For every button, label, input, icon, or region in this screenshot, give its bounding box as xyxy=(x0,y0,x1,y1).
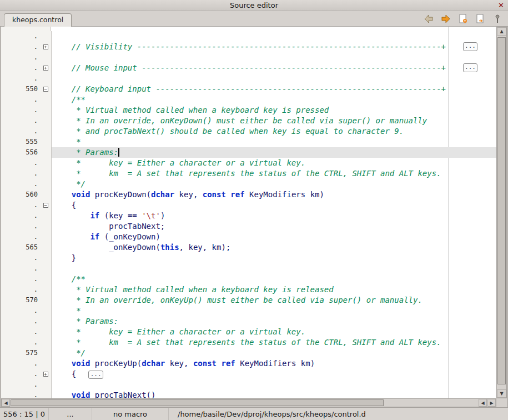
code-line[interactable]: . void procKeyUp(dchar key, const ref Ke… xyxy=(1,358,496,369)
fold-gutter: + xyxy=(40,369,52,379)
fold-expand-icon[interactable]: + xyxy=(43,44,48,49)
code-text: * key = Either a character or a virtual … xyxy=(52,327,496,337)
line-number: . xyxy=(1,369,40,379)
token: * Params: xyxy=(53,148,118,157)
scroll-right-icon[interactable]: ▶ xyxy=(487,399,496,407)
fold-gutter xyxy=(40,263,52,274)
line-number: . xyxy=(1,358,40,369)
code-line[interactable]: . if (_onKeyDown) xyxy=(1,232,496,242)
code-line[interactable]: . xyxy=(1,263,496,274)
code-line[interactable]: . * In an override, onKeyDown() must eit… xyxy=(1,116,496,126)
line-number: . xyxy=(1,284,40,295)
status-bar: 556 : 15 | 0 ... no macro /home/basile/D… xyxy=(0,407,508,420)
vertical-scrollbar-thumb[interactable] xyxy=(497,37,506,384)
code-text: void procTabNext() xyxy=(52,390,496,398)
code-line[interactable]: . */ xyxy=(1,179,496,189)
token: // Mouse input -------------------------… xyxy=(53,63,446,72)
scroll-left-icon[interactable]: ◀ xyxy=(2,399,10,407)
fold-gutter: − xyxy=(40,200,52,211)
folded-region-ellipsis[interactable]: ... xyxy=(463,63,477,72)
code-line[interactable]: 555 * xyxy=(1,137,496,147)
jump-back-icon[interactable] xyxy=(423,13,435,25)
code-line[interactable]: . /** xyxy=(1,94,496,105)
code-line[interactable]: .+ // Mouse input ----------------------… xyxy=(1,63,496,73)
token: dchar xyxy=(151,190,174,199)
code-line[interactable]: .+ // Visibility -----------------------… xyxy=(1,42,496,52)
fold-gutter xyxy=(40,390,52,398)
title-bar[interactable]: Source editor ✕ xyxy=(0,0,508,11)
code-text xyxy=(52,31,496,42)
token: * In an override, onKeyUp() must either … xyxy=(53,296,423,304)
window-title: Source editor xyxy=(0,1,508,9)
fold-gutter xyxy=(40,295,52,306)
token: * Virtual method called when a keyboard … xyxy=(53,285,334,294)
token: * xyxy=(53,137,81,146)
scroll-up-icon[interactable]: ▲ xyxy=(497,27,506,36)
code-line[interactable]: . procTabNext; xyxy=(1,221,496,232)
code-line[interactable]: . * Params: xyxy=(1,316,496,327)
folded-code-ellipsis[interactable]: ... xyxy=(88,371,103,379)
code-text: // Keyboard input ----------------------… xyxy=(52,84,496,94)
line-number: . xyxy=(1,390,40,398)
code-line[interactable]: . if (key == '\t') xyxy=(1,211,496,221)
code-line[interactable]: . } xyxy=(1,253,496,263)
code-line[interactable]: . * km = A set that represents the statu… xyxy=(1,168,496,179)
line-number: . xyxy=(1,105,40,116)
jump-forward-icon[interactable] xyxy=(440,13,452,25)
code-text xyxy=(52,263,496,274)
code-line[interactable]: . xyxy=(1,31,496,42)
code-line[interactable]: . * key = Either a character or a virtua… xyxy=(1,327,496,337)
fold-expand-icon[interactable]: + xyxy=(43,66,48,71)
fold-gutter xyxy=(40,168,52,179)
scroll-down-icon[interactable]: ▼ xyxy=(497,389,506,398)
code-line[interactable]: . xyxy=(1,379,496,390)
token: void xyxy=(72,391,90,398)
code-line[interactable]: 550− // Keyboard input -----------------… xyxy=(1,84,496,94)
code-text: } xyxy=(52,253,496,263)
fold-gutter: − xyxy=(40,84,52,94)
code-line[interactable]: . xyxy=(1,73,496,84)
fold-collapse-icon[interactable]: − xyxy=(43,203,48,208)
folded-region-ellipsis[interactable]: ... xyxy=(463,42,477,51)
line-number: . xyxy=(1,168,40,179)
code-line[interactable]: . xyxy=(1,52,496,63)
horizontal-scrollbar-thumb[interactable] xyxy=(11,399,384,406)
document-add-icon[interactable] xyxy=(457,13,469,25)
fold-gutter xyxy=(40,358,52,369)
horizontal-scrollbar[interactable]: ◀ ◀ ▶ xyxy=(1,398,496,407)
pin-icon[interactable] xyxy=(491,13,504,25)
fold-collapse-icon[interactable]: − xyxy=(43,87,48,92)
token xyxy=(53,391,72,398)
code-line[interactable]: 570 * In an override, onKeyUp() must eit… xyxy=(1,295,496,306)
token: '\t' xyxy=(142,211,160,220)
close-icon[interactable]: ✕ xyxy=(498,1,504,9)
line-number: . xyxy=(1,31,40,42)
code-line[interactable]: 575 */ xyxy=(1,348,496,358)
code-line[interactable]: . /** xyxy=(1,274,496,284)
line-number: . xyxy=(1,232,40,242)
code-line[interactable]: . * Virtual method called when a keyboar… xyxy=(1,284,496,295)
code-line[interactable]: 560 void procKeyDown(dchar key, const re… xyxy=(1,189,496,200)
code-line[interactable]: . * and procTabNext() should be called w… xyxy=(1,126,496,137)
line-number: 555 xyxy=(1,137,40,147)
vertical-scrollbar[interactable]: ▲ ▼ xyxy=(496,27,507,398)
scroll-left-icon-right[interactable]: ◀ xyxy=(479,399,487,407)
token: const xyxy=(203,190,226,199)
code-line[interactable]: . * km = A set that represents the statu… xyxy=(1,337,496,348)
fold-gutter xyxy=(40,52,52,63)
code-line[interactable]: . * key = Either a character or a virtua… xyxy=(1,158,496,168)
code-line[interactable]: . void procTabNext() xyxy=(1,390,496,398)
code-line[interactable]: . * xyxy=(1,306,496,316)
code-line[interactable]: 556 * Params: xyxy=(1,147,496,158)
fold-expand-icon[interactable]: + xyxy=(43,372,48,377)
token: * km = A set that represents the status … xyxy=(53,169,441,178)
tab-kheops-control[interactable]: kheops.control xyxy=(4,13,72,27)
document-arrow-icon[interactable] xyxy=(474,13,486,25)
code-line[interactable]: 565 _onKeyDown(this, key, km); xyxy=(1,242,496,253)
code-line[interactable]: .+ {... xyxy=(1,369,496,379)
token: { xyxy=(53,369,76,378)
code-line[interactable]: .− { xyxy=(1,200,496,211)
code-line[interactable]: . * Virtual method called when a keyboar… xyxy=(1,105,496,116)
code-text: /** xyxy=(52,274,496,284)
line-number: . xyxy=(1,52,40,63)
